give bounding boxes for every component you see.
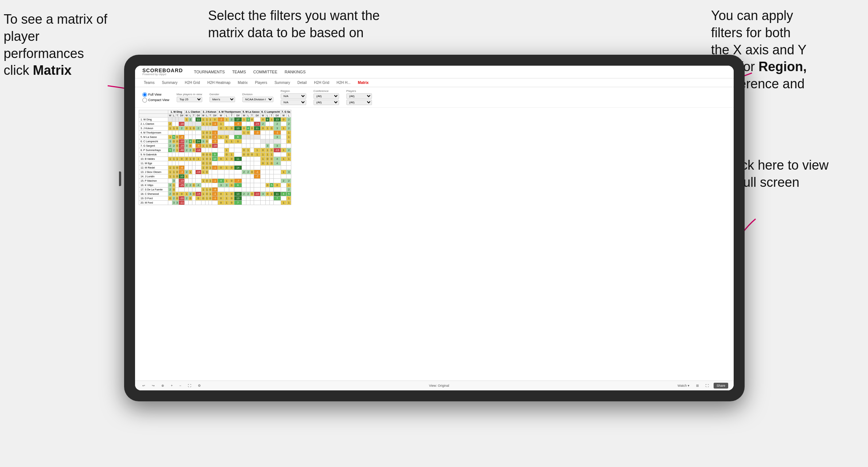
subnav-teams[interactable]: Teams: [142, 80, 156, 85]
matrix-cell: [260, 183, 265, 188]
matrix-cell: [179, 131, 185, 135]
matrix-cell: 1: [201, 166, 205, 170]
matrix-cell: [269, 188, 273, 192]
fullscreen-button[interactable]: ⛶: [704, 383, 711, 388]
compact-view-radio[interactable]: [142, 98, 147, 103]
layout-button[interactable]: ⊞: [694, 383, 701, 388]
zoom-reset-button[interactable]: ⊕: [160, 383, 166, 388]
gender-select[interactable]: Men's: [210, 97, 235, 102]
division-select[interactable]: NCAA Division I: [242, 97, 273, 102]
compact-view-label[interactable]: Compact View: [142, 98, 169, 103]
nav-rankings[interactable]: RANKINGS: [285, 69, 306, 75]
view-original-button[interactable]: View: Original: [427, 383, 451, 388]
max-players-select[interactable]: Top 25: [177, 97, 202, 102]
matrix-cell: -15: [179, 144, 185, 148]
matrix-cell: 0: [192, 157, 195, 161]
subnav-h2h-grid1[interactable]: H2H Grid: [183, 80, 201, 85]
matrix-cell: [176, 117, 179, 122]
conference-filter: Conference (All) (All): [314, 89, 339, 105]
nav-tournaments[interactable]: TOURNAMENTS: [194, 69, 225, 75]
subnav-players[interactable]: Players: [254, 80, 269, 85]
share-button[interactable]: Share: [714, 383, 728, 389]
matrix-cell: [224, 144, 229, 148]
region-select-1[interactable]: N/A: [281, 93, 306, 99]
subnav-detail[interactable]: Detail: [296, 80, 308, 85]
settings-button[interactable]: ⚙: [196, 383, 203, 388]
sh-3-t: T: [208, 114, 212, 117]
matrix-row-name: 10. B Valdes: [139, 157, 168, 161]
matrix-cell: -5: [195, 144, 201, 148]
region-label: Region: [281, 89, 306, 93]
matrix-cell: 2: [189, 117, 192, 122]
matrix-cell: 0: [205, 131, 208, 135]
matrix-cell: 0: [229, 192, 234, 196]
subnav-h2h-grid2[interactable]: H2H Grid: [312, 80, 331, 85]
conference-select-2[interactable]: (All): [314, 100, 339, 105]
matrix-cell: [254, 188, 261, 192]
players-select-1[interactable]: (All): [346, 93, 372, 99]
matrix-cell: [265, 179, 269, 183]
matrix-cell: 0: [250, 126, 254, 131]
matrix-cell: 0: [218, 126, 224, 131]
matrix-cell: [234, 188, 242, 192]
matrix-cell: 3: [274, 126, 281, 131]
matrix-cell: 1: [176, 148, 179, 153]
matrix-cell: [260, 131, 265, 135]
matrix-cell: 13: [234, 196, 242, 201]
matrix-cell: -1: [254, 170, 261, 174]
matrix-cell: [254, 161, 261, 166]
zoom-in-button[interactable]: +: [169, 383, 174, 388]
matrix-cell: 1: [201, 170, 205, 174]
matrix-cell: 1: [168, 126, 172, 131]
ann-tl-line2: player performances: [4, 29, 84, 61]
matrix-cell: 0: [208, 153, 212, 157]
subnav-matrix2[interactable]: Matrix: [356, 80, 370, 85]
subnav-summary2[interactable]: Summary: [273, 80, 292, 85]
matrix-cell: 0: [265, 192, 269, 196]
matrix-cell: [242, 166, 246, 170]
matrix-cell: 0: [260, 148, 265, 153]
matrix-cell: -16: [212, 144, 218, 148]
redo-button[interactable]: ↪: [150, 383, 157, 388]
matrix-cell: [224, 170, 229, 174]
full-view-radio[interactable]: [142, 92, 147, 97]
matrix-cell: 10: [212, 157, 218, 161]
table-row: 4. M Thorbjornsen101-110-3-11: [139, 131, 291, 135]
nav-teams[interactable]: TEAMS: [232, 69, 246, 75]
full-view-label[interactable]: Full View: [142, 92, 169, 97]
region-select-2[interactable]: N/A: [281, 100, 306, 105]
matrix-cell: [250, 174, 254, 179]
matrix-cell: 2: [287, 122, 291, 126]
players-select-2[interactable]: (All): [346, 100, 372, 105]
nav-items: TOURNAMENTS TEAMS COMMITTEE RANKINGS: [194, 69, 306, 75]
zoom-out-button[interactable]: −: [177, 383, 183, 388]
matrix-row-name: 19. D Ford: [139, 196, 168, 201]
matrix-cell: [176, 131, 179, 135]
matrix-cell: 1: [189, 157, 192, 161]
matrix-cell: 1: [172, 170, 176, 174]
nav-committee[interactable]: COMMITTEE: [253, 69, 277, 75]
col-header-4: 4. M Thorbjornsen: [218, 110, 242, 114]
matrix-cell: 0: [205, 166, 208, 170]
matrix-cell: 6: [234, 135, 242, 139]
matrix-cell: 4: [218, 179, 224, 183]
matrix-cell: [265, 196, 269, 201]
sh-4-dif: Dif: [234, 114, 242, 117]
matrix-cell: [269, 179, 273, 183]
matrix-cell: [281, 139, 287, 144]
matrix-cell: [168, 131, 172, 135]
subnav-h2h-heatmap[interactable]: H2H Heatmap: [206, 80, 232, 85]
matrix-row-name: 9. N Gabrelcik: [139, 153, 168, 157]
matrix-cell: [172, 122, 176, 126]
matrix-cell: [260, 196, 265, 201]
subnav-summary1[interactable]: Summary: [160, 80, 179, 85]
undo-button[interactable]: ↩: [141, 383, 147, 388]
conference-select-1[interactable]: (All): [314, 93, 339, 99]
subnav-h2h-h[interactable]: H2H H...: [335, 80, 352, 85]
matrix-cell: [265, 131, 269, 135]
fit-button[interactable]: ⛶: [186, 383, 193, 388]
matrix-cell: 1: [242, 117, 246, 122]
subnav-matrix1[interactable]: Matrix: [236, 80, 249, 85]
watch-button[interactable]: Watch ▾: [676, 383, 691, 388]
matrix-cell: 2: [287, 148, 291, 153]
